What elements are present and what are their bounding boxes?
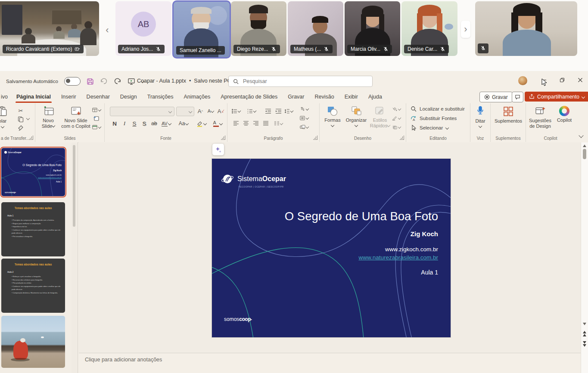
- font-color-button[interactable]: A: [211, 119, 224, 128]
- notes-pane[interactable]: Clique para adicionar anotações: [79, 353, 581, 373]
- undo-icon[interactable]: [100, 78, 108, 85]
- previous-slide-button[interactable]: [583, 331, 586, 336]
- participant-tile-denise[interactable]: Denise Car...: [401, 1, 457, 56]
- participant-tile-ricardo[interactable]: Ricardo Cavalcanti (Externo): [0, 1, 99, 56]
- shape-fill-button[interactable]: [392, 105, 401, 113]
- dialog-launcher-icon[interactable]: [313, 136, 317, 140]
- tab-gravar[interactable]: Gravar: [283, 91, 309, 103]
- bullets-button[interactable]: [232, 107, 240, 115]
- document-title[interactable]: Coapar - Aula 1.pptx • Salvo neste PC: [137, 78, 237, 84]
- numbering-button[interactable]: [247, 107, 256, 115]
- thumbnail-scrollbar-thumb[interactable]: [73, 145, 75, 227]
- dialog-launcher-icon[interactable]: [221, 136, 225, 140]
- autosave-toggle[interactable]: [64, 77, 81, 86]
- participant-tile-diego[interactable]: Diego Reze...: [231, 1, 286, 56]
- dialog-launcher-icon[interactable]: [29, 136, 33, 140]
- tab-ajuda[interactable]: Ajuda: [363, 91, 387, 103]
- tab-revisao[interactable]: Revisão: [309, 91, 339, 103]
- participant-tile-marcia[interactable]: Marcia Oliv...: [345, 1, 400, 56]
- save-icon[interactable]: [87, 78, 94, 85]
- text-direction-button[interactable]: [300, 105, 308, 113]
- align-text-button[interactable]: [300, 114, 308, 122]
- dialog-launcher-icon[interactable]: [400, 136, 404, 140]
- participant-tile-matheus[interactable]: Matheus (...: [288, 1, 343, 56]
- arrange-button[interactable]: Organizar: [345, 106, 368, 128]
- editor-scrollbar[interactable]: [581, 142, 588, 373]
- replace-fonts-button[interactable]: A Substituir Fontes: [411, 115, 457, 121]
- increase-indent-button[interactable]: [274, 107, 283, 115]
- change-case-button[interactable]: Aa: [177, 119, 190, 128]
- thumbnail-scrollbar[interactable]: [72, 142, 77, 373]
- find-replace-button[interactable]: Localizar e substituir: [411, 106, 465, 112]
- font-name-combobox[interactable]: [110, 107, 174, 116]
- scroll-down-button[interactable]: [583, 323, 586, 325]
- justify-button[interactable]: [261, 120, 270, 127]
- tab-apresentacao[interactable]: Apresentação de Slides: [215, 91, 283, 103]
- new-slide-copilot-button[interactable]: Novo Slidecom o Copilot: [60, 106, 91, 129]
- decrease-indent-button[interactable]: [264, 107, 272, 115]
- search-input[interactable]: [242, 78, 368, 85]
- participant-tile-samuel[interactable]: Samuel Zanello ...: [172, 0, 231, 59]
- character-spacing-button[interactable]: AV: [160, 119, 173, 128]
- cut-button[interactable]: ✂: [16, 107, 25, 114]
- start-slideshow-icon[interactable]: [128, 78, 135, 85]
- thumbnail-slide-2[interactable]: Temas abordados nas aulas Aula 1 Princíp…: [1, 202, 65, 256]
- tab-transicoes[interactable]: Transições: [142, 91, 179, 103]
- align-left-button[interactable]: [232, 120, 240, 127]
- copy-button[interactable]: [16, 115, 25, 123]
- align-right-button[interactable]: [252, 120, 260, 127]
- paste-button[interactable]: olar: [0, 106, 12, 128]
- participant-tile-adriano[interactable]: AB Adriano Jos...: [115, 1, 171, 56]
- quick-styles-button[interactable]: EstilosRápidos: [369, 106, 391, 128]
- underline-button[interactable]: S: [130, 119, 139, 128]
- thumbnail-slide-1[interactable]: SistemaOcepar O Segredo de Uma Boa Foto …: [1, 148, 65, 196]
- shape-outline-button[interactable]: [392, 114, 401, 122]
- thumbnail-slide-4[interactable]: [1, 316, 65, 368]
- line-spacing-button[interactable]: [284, 107, 293, 115]
- tab-desenhar[interactable]: Desenhar: [81, 91, 115, 103]
- shapes-button[interactable]: Formas: [322, 106, 343, 128]
- font-size-combobox[interactable]: [176, 107, 194, 116]
- thumbnail-slide-3[interactable]: Temas abordados nas aulas Aula 2 Reforça…: [1, 259, 65, 313]
- next-slide-button[interactable]: [583, 341, 586, 347]
- text-shadow-button[interactable]: S: [140, 119, 149, 128]
- italic-button[interactable]: I: [120, 119, 129, 128]
- slide-url-2-link[interactable]: www.naturezabrasileira.com.br: [358, 254, 438, 261]
- shrink-font-button[interactable]: A: [206, 107, 215, 115]
- redo-icon[interactable]: [114, 78, 121, 85]
- highlight-color-button[interactable]: [194, 119, 208, 128]
- tab-pagina-inicial[interactable]: Página Inicial: [11, 91, 56, 103]
- slide-title[interactable]: O Segredo de Uma Boa Foto: [285, 210, 438, 223]
- addins-button[interactable]: Suplementos: [492, 106, 524, 124]
- clear-formatting-button[interactable]: A: [217, 107, 225, 115]
- bold-button[interactable]: N: [110, 119, 119, 128]
- format-painter-button[interactable]: [16, 124, 25, 132]
- search-box[interactable]: [228, 76, 373, 87]
- reset-slide-button[interactable]: [92, 114, 101, 122]
- layout-button[interactable]: [92, 106, 101, 114]
- columns-button[interactable]: [274, 120, 283, 127]
- tab-design[interactable]: Design: [115, 91, 142, 103]
- scroll-up-button[interactable]: [583, 145, 586, 147]
- restore-button[interactable]: [556, 74, 569, 86]
- scrollbar-thumb[interactable]: [583, 149, 586, 159]
- designer-button[interactable]: [212, 144, 224, 155]
- align-center-button[interactable]: [242, 120, 250, 127]
- tab-arquivo[interactable]: ivo: [0, 91, 11, 103]
- grow-font-button[interactable]: A^: [196, 107, 205, 115]
- new-slide-button[interactable]: NovoSlide: [38, 106, 59, 129]
- share-button[interactable]: Compartilhamento: [525, 92, 588, 102]
- tab-exibir[interactable]: Exibir: [339, 91, 363, 103]
- account-avatar[interactable]: [518, 76, 527, 85]
- gallery-prev-button[interactable]: ‹: [103, 24, 112, 36]
- record-button[interactable]: Gravar: [479, 92, 513, 102]
- select-button[interactable]: Selecionar: [411, 125, 448, 131]
- slide-canvas[interactable]: SistemaOcepar FECOOPAR | OCEPAR | SESCOO…: [212, 159, 451, 337]
- gallery-next-button[interactable]: ›: [461, 21, 470, 38]
- dictate-button[interactable]: Ditar: [472, 106, 488, 129]
- comments-button[interactable]: [512, 92, 523, 102]
- slide-author[interactable]: Zig Koch: [411, 230, 438, 237]
- strikethrough-button[interactable]: ab: [149, 119, 159, 128]
- design-ideas-button[interactable]: Sugestõesde Design: [527, 106, 554, 129]
- section-button[interactable]: [92, 123, 101, 131]
